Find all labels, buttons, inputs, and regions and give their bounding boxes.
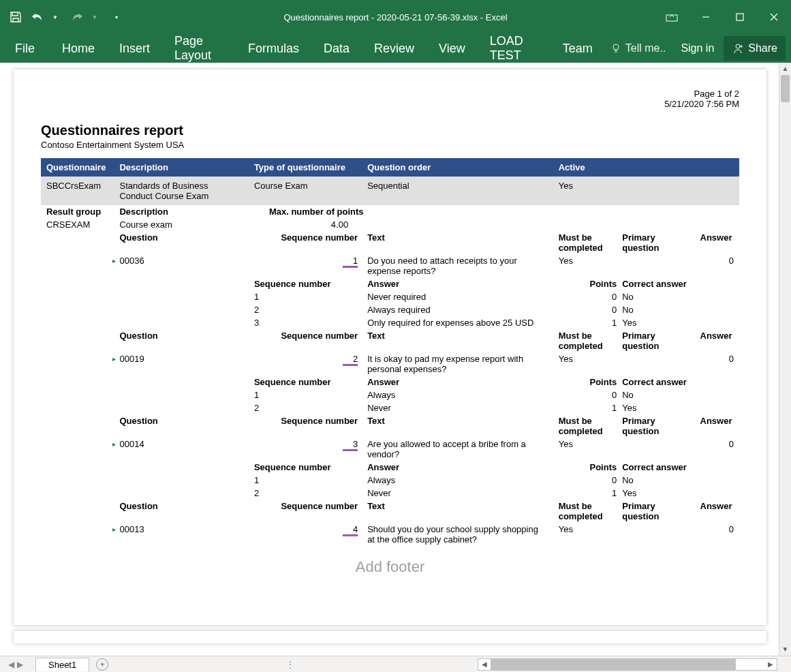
hscroll-left-icon[interactable]: ◀	[478, 659, 491, 670]
answer-header-row: Sequence numberAnswerPointsCorrect answe…	[41, 277, 739, 290]
vertical-scrollbar[interactable]: ▲ ▼	[779, 63, 791, 656]
sign-in-button[interactable]: Sign in	[675, 42, 719, 55]
cell-questionnaire-type: Course Exam	[249, 177, 362, 205]
cell-questionnaire-order: Sequential	[362, 177, 553, 205]
qat-customize-icon[interactable]: ▾	[109, 10, 124, 25]
add-sheet-icon[interactable]: +	[96, 658, 108, 671]
ribbon-display-options-icon[interactable]	[655, 0, 689, 34]
cell-question-id: ▸00019	[114, 352, 248, 376]
th-type: Type of questionnaire	[249, 158, 362, 177]
tab-data[interactable]: Data	[311, 34, 362, 63]
close-icon[interactable]	[757, 0, 791, 34]
scroll-thumb[interactable]	[781, 75, 790, 102]
seq-highlight: 4	[343, 524, 358, 536]
group-header-row: Result group Description Max. number of …	[41, 205, 739, 218]
hscroll-track[interactable]	[491, 659, 764, 670]
hscroll-thumb[interactable]	[491, 659, 736, 670]
window-title: Questionnaires report - 2020-05-21 07-56…	[283, 12, 507, 22]
titlebar: ▼ ▼ ▾ Questionnaires report - 2020-05-21…	[0, 0, 791, 34]
redo-icon[interactable]	[69, 10, 84, 25]
sheet-tab-1[interactable]: Sheet1	[35, 658, 89, 671]
cell-ans-correct: No	[617, 388, 694, 401]
th-questionnaire: Questionnaire	[41, 158, 114, 177]
answer-row: 1Always0No	[41, 474, 739, 487]
sheet-next-icon[interactable]: ▶	[17, 660, 23, 669]
share-label: Share	[748, 42, 777, 55]
tab-team[interactable]: Team	[550, 34, 605, 63]
th-ans-points: Points	[553, 376, 617, 388]
th-max-points-label: Max. number of points	[269, 207, 364, 217]
add-footer[interactable]: Add footer	[41, 558, 739, 576]
tell-me-search[interactable]: Tell me..	[605, 42, 672, 55]
save-icon[interactable]	[8, 10, 23, 25]
cell-ans-correct: No	[617, 303, 694, 316]
th-ans-answer: Answer	[362, 277, 553, 290]
tab-home[interactable]: Home	[50, 34, 107, 63]
question-row: ▸000192It is okay to pad my expense repo…	[41, 352, 739, 376]
question-header-row: QuestionSequence numberTextMust be compl…	[41, 329, 739, 352]
seq-highlight: 1	[343, 256, 358, 268]
scroll-up-icon[interactable]: ▲	[779, 63, 791, 75]
th-ans-correct: Correct answer	[617, 461, 694, 474]
answer-row: 2Always required0No	[41, 303, 739, 316]
cell-question-ans: 0	[695, 523, 739, 546]
hscroll-grip-icon[interactable]: ⋮	[285, 659, 296, 670]
cell-ans-seq: 3	[249, 316, 362, 329]
answer-row: 1Always0No	[41, 388, 739, 401]
th-primary: Primary question	[617, 329, 694, 352]
sheet-prev-icon[interactable]: ◀	[8, 660, 14, 669]
th-must: Must be completed	[553, 414, 617, 438]
maximize-icon[interactable]	[723, 0, 757, 34]
tab-formulas[interactable]: Formulas	[236, 34, 311, 63]
minimize-icon[interactable]	[689, 0, 723, 34]
horizontal-scrollbar[interactable]: ◀ ▶	[478, 658, 777, 671]
th-text: Text	[362, 231, 553, 254]
cell-ans-text: Never	[362, 487, 553, 500]
undo-dropdown-icon[interactable]: ▼	[48, 10, 63, 25]
scroll-down-icon[interactable]: ▼	[779, 643, 791, 656]
tab-insert[interactable]: Insert	[107, 34, 162, 63]
tab-page-layout[interactable]: Page Layout	[162, 34, 236, 63]
th-text: Text	[362, 414, 553, 438]
tab-load-test[interactable]: LOAD TEST	[478, 34, 550, 63]
share-button[interactable]: Share	[724, 36, 786, 61]
cell-question-seq: 3	[249, 438, 362, 461]
cell-question-ans: 0	[695, 438, 739, 461]
page-timestamp: 5/21/2020 7:56 PM	[664, 99, 739, 109]
answer-header-row: Sequence numberAnswerPointsCorrect answe…	[41, 376, 739, 388]
cell-ans-text: Always	[362, 388, 553, 401]
ribbon-tabs: Home Insert Page Layout Formulas Data Re…	[50, 34, 605, 63]
cell-ans-text: Always required	[362, 303, 553, 316]
question-header-row: QuestionSequence numberTextMust be compl…	[41, 414, 739, 438]
page-number: Page 1 of 2	[664, 89, 739, 99]
cell-ans-correct: Yes	[617, 487, 694, 500]
th-seq: Sequence number	[249, 414, 362, 438]
cell-question-text: Do you need to attach receipts to your e…	[362, 254, 553, 277]
cell-ans-correct: Yes	[617, 401, 694, 414]
th-order: Question order	[362, 158, 553, 177]
tab-review[interactable]: Review	[362, 34, 426, 63]
answer-header-row: Sequence numberAnswerPointsCorrect answe…	[41, 461, 739, 474]
share-icon	[732, 42, 744, 55]
answer-row: 3Only required for expenses above 25 USD…	[41, 316, 739, 329]
th-text: Text	[362, 500, 553, 523]
undo-icon[interactable]	[30, 10, 45, 25]
window-buttons	[655, 0, 791, 34]
tab-view[interactable]: View	[426, 34, 478, 63]
cell-ans-points: 1	[553, 487, 617, 500]
redo-dropdown-icon[interactable]: ▼	[87, 10, 102, 25]
file-tab[interactable]: File	[0, 34, 50, 63]
th-answer: Answer	[695, 500, 739, 523]
th-active: Active	[553, 158, 739, 177]
th-max-points: Max. number of points	[249, 205, 739, 218]
cell-ans-text: Only required for expenses above 25 USD	[362, 316, 553, 329]
tell-me-label: Tell me..	[625, 42, 666, 55]
cell-ans-seq: 1	[249, 388, 362, 401]
hscroll-right-icon[interactable]: ▶	[764, 659, 777, 670]
th-ans-seq: Sequence number	[249, 461, 362, 474]
th-group-desc: Description	[114, 205, 248, 218]
cell-question-seq: 2	[249, 352, 362, 376]
cell-group-id: CRSEXAM	[41, 218, 114, 231]
table-header-row: Questionnaire Description Type of questi…	[41, 158, 739, 177]
th-description: Description	[114, 158, 248, 177]
